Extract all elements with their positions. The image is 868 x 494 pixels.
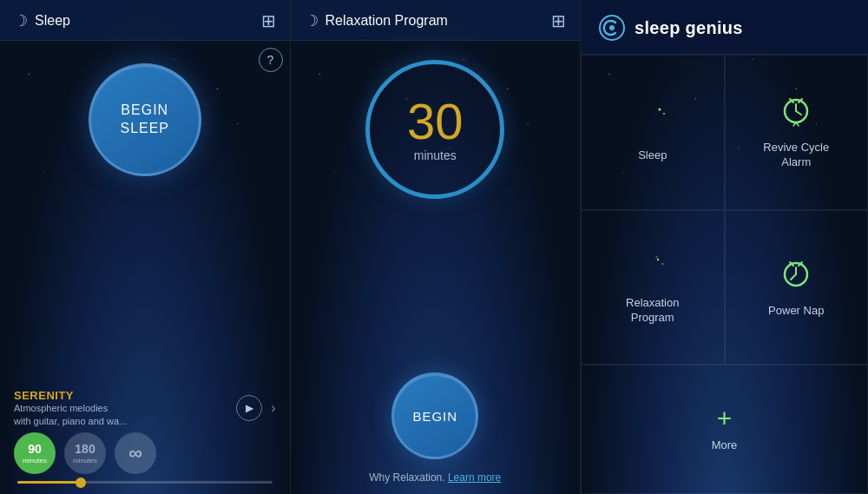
svg-point-3 (663, 113, 665, 115)
relaxation-begin-button[interactable]: BEGIN (391, 372, 478, 459)
chevron-right-icon: › (271, 400, 275, 416)
menu-item-powernap[interactable]: Power Nap (725, 210, 869, 366)
learn-more-link[interactable]: Learn more (448, 471, 501, 484)
serenity-section: SERENITY Atmospheric melodieswith guitar… (14, 389, 276, 487)
svg-text:×: × (655, 254, 658, 260)
menu-grid: × Sleep Revive CycleAlarm (581, 55, 868, 494)
relaxation-grid-icon[interactable]: ⊞ (551, 10, 566, 31)
progress-thumb (76, 478, 86, 488)
timer-90-unit: minutes (23, 457, 47, 464)
revive-menu-label: Revive CycleAlarm (763, 141, 829, 170)
relaxation-menu-label: RelaxationProgram (626, 296, 679, 326)
menu-item-more[interactable]: + More (581, 365, 868, 494)
more-menu-label: More (712, 438, 738, 453)
sleep-genius-logo-text: sleep genius (635, 18, 743, 38)
relaxation-header-left: ☽ Relaxation Program (305, 11, 448, 30)
progress-bar-container[interactable] (14, 481, 276, 484)
relaxation-menu-icon: × × (635, 249, 670, 289)
play-button[interactable]: ▶ (236, 395, 262, 421)
sleep-title: Sleep (35, 13, 70, 29)
revive-menu-icon (779, 94, 813, 134)
progress-track (17, 481, 273, 484)
begin-sleep-button[interactable]: BEGINSLEEP (89, 63, 201, 176)
relaxation-title: Relaxation Program (326, 13, 448, 29)
relaxation-content: 30 minutes BEGIN Why Relaxation. Learn m… (291, 41, 581, 494)
powernap-menu-label: Power Nap (768, 304, 824, 319)
menu-header: sleep genius (581, 0, 868, 55)
svg-text:×: × (661, 261, 664, 267)
grid-icon[interactable]: ⊞ (261, 10, 276, 31)
timer-180-unit: minutes (73, 457, 97, 464)
serenity-title: SERENITY (14, 389, 227, 402)
timer-infinity-button[interactable]: ∞ (115, 432, 156, 474)
svg-text:×: × (658, 107, 661, 112)
menu-item-sleep[interactable]: × Sleep (581, 55, 725, 210)
sleep-menu-icon: × (635, 102, 670, 142)
help-button[interactable]: ? (259, 48, 283, 72)
menu-panel: sleep genius × Sleep (580, 0, 868, 494)
svg-point-1 (609, 25, 615, 30)
timer-90-button[interactable]: 90 minutes (14, 432, 56, 474)
sleep-genius-logo-icon (598, 14, 626, 42)
sleep-panel: ☽ Sleep ⊞ ? BEGINSLEEP SERENITY Atmosphe… (0, 0, 290, 494)
serenity-desc: Atmospheric melodieswith guitar, piano a… (14, 402, 227, 427)
relaxation-timer-number: 30 (407, 96, 464, 147)
why-text: Why Relaxation. (369, 471, 448, 484)
play-icon: ▶ (246, 402, 253, 414)
sleep-header-left: ☽ Sleep (14, 11, 70, 30)
serenity-info: SERENITY Atmospheric melodieswith guitar… (14, 389, 227, 427)
sleep-menu-label: Sleep (638, 148, 667, 163)
timer-90-value: 90 (28, 442, 42, 456)
relaxation-timer-circle: 30 minutes (365, 60, 504, 199)
moon-icon: ☽ (14, 11, 28, 30)
relaxation-timer-unit: minutes (414, 148, 457, 162)
relaxation-panel: ☽ Relaxation Program ⊞ 30 minutes BEGIN … (290, 0, 581, 494)
progress-fill (17, 481, 81, 484)
serenity-row: SERENITY Atmospheric melodieswith guitar… (14, 389, 276, 427)
relaxation-moon-icon: ☽ (305, 11, 319, 30)
menu-item-revive[interactable]: Revive CycleAlarm (725, 55, 869, 210)
timer-180-value: 180 (75, 442, 95, 456)
timer-infinity-icon: ∞ (128, 442, 142, 464)
sleep-header: ☽ Sleep ⊞ (0, 0, 290, 41)
menu-item-relaxation[interactable]: × × RelaxationProgram (581, 210, 725, 366)
powernap-menu-icon (779, 257, 813, 297)
timer-row: 90 minutes 180 minutes ∞ (14, 432, 276, 474)
why-relaxation-text: Why Relaxation. Learn more (369, 471, 501, 484)
sleep-content: ? BEGINSLEEP SERENITY Atmospheric melodi… (0, 41, 290, 494)
more-menu-icon: + (717, 405, 733, 431)
timer-180-button[interactable]: 180 minutes (64, 432, 106, 474)
relaxation-header: ☽ Relaxation Program ⊞ (291, 0, 581, 41)
